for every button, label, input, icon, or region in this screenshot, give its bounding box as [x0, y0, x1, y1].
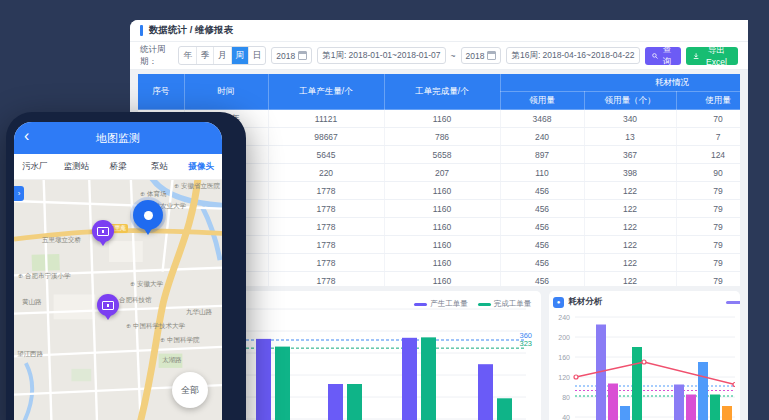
- map-label: ⊕ 中国科学技术大学: [126, 322, 185, 331]
- app-tab-桥梁[interactable]: 桥梁: [97, 161, 139, 173]
- back-icon[interactable]: ‹: [24, 128, 29, 144]
- legend-item: 产生工单量: [414, 299, 468, 309]
- camera-marker-2[interactable]: [97, 294, 119, 316]
- query-button[interactable]: 查询: [645, 47, 681, 65]
- app-tab-摄像头[interactable]: 摄像头: [180, 161, 222, 173]
- chart-title: 耗材分析: [568, 296, 602, 308]
- period-option-周[interactable]: 周: [232, 47, 249, 64]
- app-header: ‹ 地图监测: [14, 122, 222, 154]
- svg-text:120: 120: [558, 374, 570, 381]
- map-label: 太湖路: [162, 356, 182, 365]
- consumable-chart-card: ● 耗材分析 2402001601208040: [549, 291, 740, 420]
- start-week-input[interactable]: 第1周: 2018-01-01~2018-01-07: [317, 47, 445, 64]
- export-excel-button[interactable]: 导出Excel: [686, 47, 738, 65]
- phone-screen: ‹ 地图监测 污水厂监测站桥梁泵站摄像头: [14, 122, 222, 420]
- subcol-1: 领用量: [500, 92, 584, 110]
- map-label: 九华山路: [186, 308, 212, 317]
- app-tabs: 污水厂监测站桥梁泵站摄像头: [14, 154, 222, 180]
- accent-bar: [140, 25, 143, 36]
- map-label: ⊕ 安徽大学: [130, 280, 163, 289]
- chart-title-row: ● 耗材分析: [553, 295, 736, 309]
- svg-text:323: 323: [519, 339, 532, 348]
- consumable-mixed-chart: 2402001601208040: [553, 309, 735, 420]
- map-expander[interactable]: ›: [14, 186, 24, 201]
- app-title: 地图监测: [96, 131, 140, 146]
- col-index: 序号: [138, 74, 184, 110]
- map-label: 望江西路: [17, 350, 43, 359]
- camera-icon: [97, 227, 109, 236]
- end-year-select[interactable]: 2018: [461, 47, 502, 64]
- chart-icon: ●: [553, 297, 564, 308]
- phone-mockup: ‹ 地图监测 污水厂监测站桥梁泵站摄像头: [6, 112, 246, 420]
- period-option-年[interactable]: 年: [179, 47, 196, 64]
- app-tab-污水厂[interactable]: 污水厂: [14, 161, 56, 173]
- app-tab-泵站[interactable]: 泵站: [139, 161, 181, 173]
- svg-text:40: 40: [562, 414, 570, 420]
- legend-item: 完成工单量: [478, 299, 532, 309]
- search-icon: [652, 52, 658, 60]
- calendar-icon: [487, 51, 496, 60]
- breadcrumb: 数据统计 / 维修报表: [149, 24, 233, 37]
- period-option-月[interactable]: 月: [214, 47, 231, 64]
- selected-camera-marker[interactable]: [133, 200, 163, 230]
- svg-text:200: 200: [558, 334, 570, 341]
- period-option-日[interactable]: 日: [249, 47, 265, 64]
- download-icon: [693, 52, 699, 60]
- filter-bar: 统计周期： 年季月周日 2018 第1周: 2018-01-01~2018-01…: [130, 42, 748, 70]
- svg-text:240: 240: [558, 314, 570, 321]
- map-label: ⊕ 体育场: [140, 190, 166, 199]
- map-label: ⊕ 中国科学院: [160, 336, 199, 345]
- legend-stub: [726, 301, 740, 304]
- col-time: 时间: [184, 74, 268, 110]
- start-year-select[interactable]: 2018: [271, 47, 312, 64]
- breadcrumb-bar: 数据统计 / 维修报表: [130, 20, 748, 42]
- end-week-input[interactable]: 第16周: 2018-04-16~2018-04-22: [506, 47, 639, 64]
- map-label: 黄山路: [22, 298, 42, 307]
- col-created: 工单产生量/个: [268, 74, 384, 110]
- period-label: 统计周期：: [140, 44, 173, 68]
- svg-text:80: 80: [562, 394, 570, 401]
- camera-icon: [102, 301, 114, 310]
- all-button[interactable]: 全部: [172, 372, 208, 408]
- marker-dot: [144, 211, 153, 220]
- app-tab-监测站[interactable]: 监测站: [56, 161, 98, 173]
- col-completed: 工单完成量/个: [384, 74, 500, 110]
- camera-marker-1[interactable]: [92, 220, 114, 242]
- map-view[interactable]: › ⊕ 体育场⊕ 安徽农业大学⊕ 安徽省立医院三里庵五里墩立交桥⊕ 合肥市宁溪小…: [14, 180, 222, 420]
- period-segment: 年季月周日: [178, 46, 266, 65]
- subcol-3: 使用量: [676, 92, 740, 110]
- chart-legend: 产生工单量完成工单量: [414, 299, 531, 309]
- svg-text:160: 160: [558, 354, 570, 361]
- range-tilde: ~: [451, 51, 456, 61]
- calendar-icon: [298, 51, 307, 60]
- map-label: 五里墩立交桥: [42, 236, 81, 245]
- period-option-季[interactable]: 季: [197, 47, 214, 64]
- map-label: ⊕ 安徽省立医院: [174, 182, 220, 191]
- subcol-2: 领用量（个）: [584, 92, 676, 110]
- col-group-consumables: 耗材情况: [500, 74, 740, 92]
- map-label: ⊕ 合肥市宁溪小学: [18, 272, 70, 281]
